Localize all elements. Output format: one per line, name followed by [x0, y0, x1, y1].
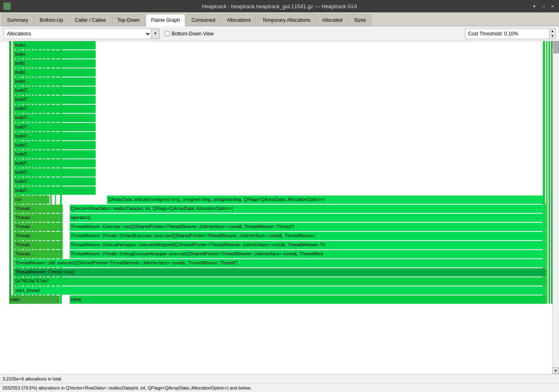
flame-row[interactable]: clone: [70, 296, 546, 304]
threshold-spinner[interactable]: ▲ ▼: [549, 29, 555, 39]
svg-text:buildT…: buildT…: [15, 188, 32, 193]
svg-text:ThreadWeaver::Job::execute(QSh: ThreadWeaver::Job::execute(QSharedPointe…: [15, 260, 238, 265]
svg-text:buildT…: buildT…: [15, 97, 32, 102]
tab-flame-graph[interactable]: Flame Graph: [146, 14, 185, 26]
svg-text:ThreadWeaver::Private::Default: ThreadWeaver::Private::DefaultExecutor::…: [70, 233, 317, 238]
tab-summary[interactable]: Summary: [2, 14, 33, 26]
tab-bottom-up[interactable]: Bottom-Up: [34, 14, 68, 26]
threshold-up-button[interactable]: ▲: [550, 29, 555, 34]
mode-dropdown-wrapper[interactable]: AllocationsConsumedTemporary Allocations…: [3, 28, 160, 39]
svg-text:buildT…: buildT…: [15, 115, 32, 120]
flame-row[interactable]: buildT…: [14, 132, 95, 140]
svg-text:QVector<RowData>::reallocData(: QVector<RowData>::reallocData(int, int, …: [70, 206, 233, 211]
svg-rect-85: [70, 214, 546, 222]
svg-text:buildT…: buildT…: [15, 88, 32, 93]
flame-row[interactable]: buildT…: [14, 141, 95, 149]
flame-row[interactable]: buildT…: [14, 96, 95, 104]
flame-row[interactable]: ThreadWeaver::ExecuteWrapper::executeWra…: [70, 241, 546, 249]
flame-row[interactable]: buildT…: [14, 123, 95, 131]
flame-row[interactable]: buildT…: [14, 114, 95, 122]
flame-row[interactable]: ThreadWeaver::Thread::run(): [14, 268, 546, 276]
threshold-down-button[interactable]: ▼: [550, 34, 555, 39]
flame-row[interactable]: Thread…: [14, 250, 63, 258]
svg-rect-16: [549, 41, 550, 304]
bottom-down-checkbox[interactable]: [165, 31, 170, 36]
tab-top-down[interactable]: Top-Down: [112, 14, 145, 26]
svg-text:0x7f819a747de7: 0x7f819a747de7: [15, 278, 49, 283]
svg-rect-0: [9, 41, 11, 304]
svg-text:buildT…: buildT…: [15, 142, 32, 147]
minimize-button[interactable]: ▼: [531, 3, 538, 9]
svg-text:build…: build…: [15, 61, 29, 65]
flame-row[interactable]: build…: [14, 77, 95, 86]
tab-allocated[interactable]: Allocated: [317, 14, 348, 26]
tab-consumed[interactable]: Consumed: [186, 14, 221, 26]
flame-row[interactable]: Thread…: [14, 205, 63, 213]
flame-row[interactable]: buildT…: [14, 168, 95, 177]
detail-allocations-text: 2552553 (79.5%) allocations in QVector<R…: [2, 385, 252, 390]
mode-dropdown[interactable]: AllocationsConsumedTemporary Allocations…: [4, 29, 151, 39]
flame-row[interactable]: QVector<RowData>::reallocData(int, int, …: [70, 205, 546, 213]
flame-row[interactable]: ThreadWeaver::Job::execute(QSharedPointe…: [14, 259, 546, 267]
bottom-down-label: Bottom-Down View: [172, 31, 214, 37]
svg-text:buildT…: buildT…: [15, 161, 32, 166]
scroll-thumb[interactable]: [553, 41, 559, 54]
svg-rect-15: [546, 41, 547, 304]
flame-row[interactable]: ThreadWeaver::Private::DebugExecuteWrapp…: [70, 250, 546, 258]
flame-row[interactable]: Thread…: [14, 232, 63, 240]
close-button[interactable]: ✕: [549, 3, 556, 9]
threshold-wrapper: Cost Threshold: 0.10% ▲ ▼: [465, 28, 556, 39]
flame-row[interactable]: build…: [14, 68, 95, 77]
tab-sizes[interactable]: Sizes: [349, 14, 371, 26]
flame-row[interactable]: buildT…: [14, 150, 95, 159]
window-title: Heaptrack - heaptrack.heaptrack_gui.1154…: [202, 3, 357, 9]
flame-row[interactable]: buildT…: [14, 159, 95, 168]
flame-row[interactable]: Thread…: [14, 214, 63, 222]
flame-row[interactable]: build…: [14, 50, 95, 58]
scroll-down-button[interactable]: ▼: [552, 367, 559, 374]
flame-row[interactable]: QArrayData::allocate(unsigned long, unsi…: [107, 196, 544, 204]
tab-allocations[interactable]: Allocations: [221, 14, 256, 26]
flame-row[interactable]: Thread…: [14, 223, 63, 231]
titlebar: Heaptrack - heaptrack.heaptrack_gui.1154…: [0, 0, 559, 12]
svg-text:buildT…: buildT…: [15, 124, 32, 129]
svg-rect-121: [14, 286, 546, 294]
bottom-down-checkbox-label[interactable]: Bottom-Down View: [165, 31, 214, 37]
svg-rect-127: [70, 296, 546, 304]
svg-text:Thread…: Thread…: [15, 215, 34, 220]
svg-text:build…: build…: [15, 70, 29, 75]
toolbar: AllocationsConsumedTemporary Allocations…: [0, 26, 559, 41]
statusbar-total: 3.2105e+6 allocations in total: [0, 374, 559, 383]
maximize-button[interactable]: □: [540, 3, 547, 9]
flame-row[interactable]: 0x7f819a747de7: [14, 277, 546, 285]
svg-text:buildT…: buildT…: [15, 170, 32, 175]
flame-row[interactable]: Thread…: [14, 241, 63, 249]
threshold-label: Cost Threshold: 0.10%: [466, 31, 549, 37]
svg-text:build…: build…: [15, 79, 29, 84]
flame-row[interactable]: ThreadWeaver::Executor::run(QSharedPoint…: [70, 223, 546, 231]
svg-text:buildT…: buildT…: [15, 152, 32, 156]
svg-text:Thread…: Thread…: [15, 224, 34, 229]
flame-row[interactable]: buildT…: [14, 105, 95, 113]
svg-text:build…: build…: [15, 51, 29, 56]
flame-row[interactable]: build…: [14, 59, 95, 68]
flame-row[interactable]: ThreadWeaver::Private::DefaultExecutor::…: [70, 232, 546, 240]
flame-row[interactable]: start_thread: [14, 286, 546, 294]
flame-canvas[interactable]: build…build…build…build…build…buildT…bui…: [0, 41, 559, 374]
tab-caller-callee[interactable]: Caller / Callee: [70, 14, 111, 26]
flame-row[interactable]: run: [14, 196, 49, 204]
svg-text:ThreadWeaver::ExecuteWrapper::: ThreadWeaver::ExecuteWrapper::executeWra…: [70, 242, 325, 247]
flame-row[interactable]: buildT…: [14, 86, 95, 95]
statusbar-detail: 2552553 (79.5%) allocations in QVector<R…: [0, 383, 559, 392]
window-controls[interactable]: ▼ □ ✕: [531, 3, 556, 9]
scrollbar[interactable]: ▲ ▼: [552, 41, 559, 374]
flame-row[interactable]: operator(): [70, 214, 546, 222]
flame-row[interactable]: main: [9, 296, 60, 304]
flame-row[interactable]: buildT…: [14, 177, 95, 186]
flame-row[interactable]: build…: [14, 41, 95, 49]
svg-text:Thread…: Thread…: [15, 233, 34, 238]
tab-temporary-allocations[interactable]: Temporary Allocations: [257, 14, 316, 26]
svg-text:run: run: [15, 197, 22, 202]
svg-text:QArrayData::allocate(unsigned : QArrayData::allocate(unsigned long, unsi…: [108, 197, 325, 202]
flame-row[interactable]: buildT…: [14, 187, 95, 195]
